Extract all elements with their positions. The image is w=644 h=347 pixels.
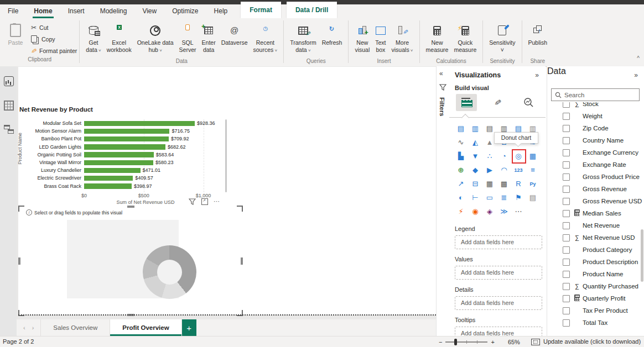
zoom-slider-thumb[interactable]	[454, 339, 457, 345]
field-row-tax-per-product[interactable]: Tax Per Product	[547, 304, 644, 317]
ribbon-tab-help[interactable]: Help	[206, 4, 236, 18]
well-dropzone-details[interactable]: Add data fields here	[455, 296, 542, 310]
fit-to-page-icon[interactable]	[531, 339, 540, 345]
focus-mode-icon[interactable]	[201, 198, 208, 205]
expand-filters-icon[interactable]: «	[439, 70, 443, 77]
selection-handle[interactable]	[18, 206, 24, 212]
collapse-ribbon-button[interactable]: ^	[637, 55, 640, 61]
bar[interactable]	[84, 129, 169, 134]
selection-handle[interactable]	[127, 206, 134, 208]
ribbon-tab-modeling[interactable]: Modeling	[92, 4, 135, 18]
new-visual-button[interactable]: Newvisual	[352, 20, 372, 55]
next-page-arrow[interactable]: ›	[32, 324, 34, 331]
bar-row[interactable]: Bamboo Plant Pot$709.92	[18, 135, 230, 143]
bar-row[interactable]: Electric Screwdriver$409.57	[18, 174, 230, 182]
field-checkbox[interactable]	[563, 271, 570, 278]
page-tab-sales-overview[interactable]: Sales Overview	[41, 319, 110, 336]
field-row-median-sales[interactable]: Median Sales	[547, 207, 644, 219]
well-dropzone-legend[interactable]: Add data fields here	[455, 235, 542, 249]
field-row-product-description[interactable]: Product Description	[547, 256, 644, 268]
model-view-icon[interactable]	[4, 125, 14, 134]
field-row-exchange-currency[interactable]: Exchange Currency	[547, 146, 644, 159]
kpi-icon[interactable]: ↗	[454, 177, 468, 191]
refresh-button[interactable]: Refresh	[319, 20, 345, 48]
bar[interactable]	[84, 160, 153, 166]
build-visual-tab[interactable]	[456, 94, 477, 111]
donut-chart-visual-placeholder[interactable]: i Select or drag fields to populate this…	[19, 207, 242, 315]
paste-button[interactable]: Paste	[3, 20, 28, 56]
python-script-icon[interactable]: Py	[526, 177, 540, 191]
filters-pane-collapsed[interactable]: « Filters	[436, 66, 450, 336]
more-visuals-ellipsis-icon[interactable]: ⋯	[511, 204, 526, 218]
field-row-quantity-purchased[interactable]: ∑Quantity Purchased	[547, 280, 644, 292]
bar-row[interactable]: Brass Coat Rack$398.97	[18, 182, 230, 190]
field-checkbox[interactable]	[563, 259, 570, 266]
field-checkbox[interactable]	[563, 161, 570, 169]
quick-measure-button[interactable]: ⚡Quickmeasure	[451, 20, 479, 55]
selection-handle[interactable]	[237, 206, 243, 212]
dataverse-button[interactable]: Dataverse	[219, 20, 251, 48]
sql-server-button[interactable]: SQLServer	[176, 20, 199, 55]
bar[interactable]	[84, 183, 132, 189]
recent-sources-button[interactable]: Recentsources ˅	[251, 20, 281, 55]
field-row-product-name[interactable]: Product Name	[547, 268, 644, 280]
field-checkbox[interactable]	[563, 102, 570, 108]
card-icon[interactable]: 123	[511, 163, 526, 177]
smart-narrative-icon[interactable]: ≣	[497, 191, 511, 204]
azure-map-icon[interactable]: ▶	[482, 163, 497, 177]
qa-visual-icon[interactable]: ▭	[482, 191, 497, 204]
ribbon-tab-optimize[interactable]: Optimize	[164, 4, 206, 18]
field-checkbox[interactable]	[563, 113, 570, 120]
bar-chart-scrollbar[interactable]	[225, 119, 227, 192]
publish-button[interactable]: Publish	[526, 20, 550, 48]
filter-icon[interactable]	[189, 198, 196, 205]
field-row-total-tax[interactable]: Total Tax	[547, 317, 644, 329]
bar-row[interactable]: Luxury Chandelier$471.01	[18, 166, 230, 174]
selection-handle[interactable]	[18, 257, 20, 265]
bar-chart-visual[interactable]: Net Revenue by Product Product Name Modu…	[18, 105, 230, 207]
field-checkbox[interactable]	[563, 174, 570, 181]
field-checkbox[interactable]	[563, 198, 570, 205]
map-icon[interactable]: ⊕	[454, 163, 468, 177]
waterfall-chart-icon[interactable]: ▙	[454, 149, 468, 163]
scatter-chart-icon[interactable]: ∴	[482, 149, 497, 163]
bar-row[interactable]: Vintage Wall Mirror$580.23	[18, 159, 230, 166]
format-visual-tab[interactable]	[487, 94, 508, 111]
field-checkbox[interactable]	[563, 319, 570, 327]
data-search-input[interactable]: Search	[551, 88, 640, 101]
field-row-net-revenue[interactable]: Net Revenue	[547, 219, 644, 232]
excel-workbook-button[interactable]: Excelworkbook	[104, 20, 134, 55]
field-checkbox[interactable]	[563, 222, 570, 229]
more-options-icon[interactable]: ⋯	[214, 198, 220, 205]
ribbon-tab-file[interactable]: File	[0, 4, 26, 18]
new-measure-button[interactable]: Newmeasure	[423, 20, 451, 55]
field-row-product-category[interactable]: Product Category	[547, 244, 644, 256]
treemap-icon[interactable]: ▦	[526, 149, 540, 163]
report-view-icon[interactable]	[4, 76, 14, 86]
key-influencers-icon[interactable]: ◐	[454, 191, 468, 204]
get-data-button[interactable]: Getdata ˅	[83, 20, 103, 55]
cut-button[interactable]: Cut	[31, 22, 77, 33]
metrics-icon[interactable]: ⚑	[511, 191, 526, 204]
field-row-net-revenue-usd[interactable]: ∑Net Revenue USD	[547, 232, 644, 244]
field-checkbox[interactable]	[563, 137, 570, 144]
copy-button[interactable]: Copy	[31, 33, 77, 45]
ribbon-tab-view[interactable]: View	[134, 4, 164, 18]
prev-page-arrow[interactable]: ‹	[23, 324, 25, 331]
power-apps-icon[interactable]: ◈	[482, 204, 497, 218]
bar[interactable]	[84, 121, 195, 127]
new-page-button[interactable]: +	[182, 319, 196, 336]
scorecard-icon[interactable]: ⚡	[454, 204, 468, 218]
bar-row[interactable]: Organic Potting Soil$583.64	[18, 151, 230, 159]
collapse-visualizations-icon[interactable]: »	[535, 71, 539, 79]
field-checkbox[interactable]	[563, 246, 570, 254]
well-dropzone-values[interactable]: Add data fields here	[455, 266, 542, 280]
bar[interactable]	[84, 152, 154, 157]
data-view-icon[interactable]	[4, 101, 14, 111]
line-chart-icon[interactable]: ∿	[454, 135, 468, 149]
page-tab-profit-overview[interactable]: Profit Overview	[110, 319, 181, 336]
bar-row[interactable]: Motion Sensor Alarm$716.75	[18, 127, 230, 135]
more-visuals-button[interactable]: Morevisuals ˅	[389, 20, 416, 55]
area-chart-icon[interactable]: ◭	[468, 135, 482, 149]
matrix-icon[interactable]: ▩	[497, 177, 511, 191]
